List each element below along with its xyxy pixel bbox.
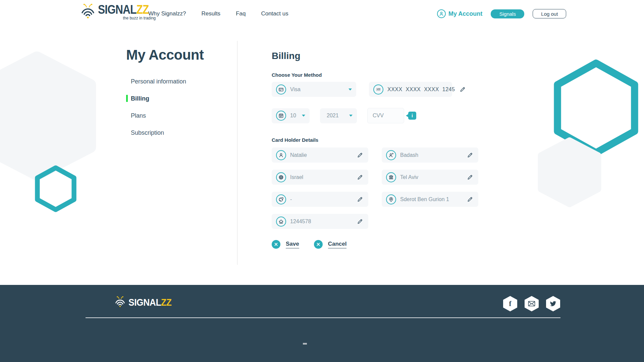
pencil-icon [460, 86, 466, 93]
credit-card-icon [276, 84, 286, 95]
chevron-down-icon [302, 115, 305, 117]
expiry-month-value: 10 [290, 113, 296, 119]
globe-icon [276, 172, 286, 182]
payment-method-value: Visa [290, 86, 301, 93]
city-field[interactable]: Tel Aviv [382, 170, 478, 185]
hexagon-decoration-right-teal [551, 59, 641, 157]
my-account-label: My Account [448, 10, 482, 17]
payment-method-select[interactable]: Visa [272, 82, 356, 97]
header-right: My Account Signals Log out [437, 0, 566, 27]
user-plus-icon [386, 150, 396, 160]
edit-country-button[interactable] [356, 173, 364, 181]
footer-artifact [303, 343, 307, 345]
pencil-icon [357, 174, 363, 180]
card-number-field[interactable]: 123 XXXX XXXX XXXX 1245 [369, 82, 452, 97]
person-pin-icon [386, 194, 396, 204]
bee-signal-logo-icon [114, 296, 126, 309]
sidebar-item-label: Plans [131, 112, 146, 119]
save-button-label: Save [286, 241, 299, 248]
edit-card-number-button[interactable] [459, 85, 467, 93]
nav-contact-us[interactable]: Contact us [261, 10, 288, 17]
facebook-link[interactable]: f [503, 296, 517, 311]
edit-street-address-button[interactable] [466, 195, 474, 203]
edit-last-name-button[interactable] [466, 151, 474, 159]
expiry-year-value: 2021 [327, 113, 339, 119]
city-building-icon [386, 172, 396, 182]
sidebar-item-label: Billing [131, 95, 149, 102]
zip-code-field[interactable]: 1244578 [272, 214, 368, 229]
main-nav: Why Signalzz? Results Faq Contact us [148, 0, 288, 27]
cvv-group: i [367, 108, 416, 123]
header: SIGNALZZ the buzz in trading Why Signalz… [0, 0, 644, 27]
twitter-link[interactable] [546, 296, 560, 311]
brand-name-accent: ZZ [136, 3, 149, 16]
street-address-field[interactable]: Sderot Ben Gurion 1 [382, 192, 478, 207]
chevron-down-icon [349, 115, 353, 117]
country-field[interactable]: Israel [272, 170, 368, 185]
svg-text:123: 123 [376, 87, 380, 90]
card-number-icon: 123 [373, 84, 383, 95]
active-indicator-bar [126, 95, 128, 102]
first-name-value: Natalie [290, 152, 307, 158]
edit-state-button[interactable] [356, 195, 364, 203]
world-pin-icon [276, 194, 286, 204]
account-sidebar: My Account Personal information Billing … [126, 47, 227, 146]
pencil-icon [357, 218, 363, 225]
email-icon [528, 301, 535, 307]
first-name-field[interactable]: Natalie [272, 147, 368, 163]
last-name-field[interactable]: Badash [382, 147, 478, 163]
pencil-icon [357, 196, 363, 202]
account-menu: Personal information Billing Plans Subsc… [126, 78, 227, 136]
cvv-info-tooltip-icon[interactable]: i [408, 112, 416, 120]
edit-city-button[interactable] [466, 173, 474, 181]
expiry-row: 10 2021 i [272, 108, 493, 123]
save-button[interactable]: Save [272, 240, 299, 249]
sidebar-item-label: Personal information [131, 78, 186, 85]
street-address-value: Sderot Ben Gurion 1 [400, 196, 449, 202]
city-value: Tel Aviv [400, 174, 418, 180]
signals-button[interactable]: Signals [491, 9, 524, 18]
my-account-link[interactable]: My Account [437, 9, 482, 18]
billing-section: Billing Choose Your Method Visa 123 [272, 50, 493, 249]
state-value: - [290, 196, 292, 202]
footer-brand-logo[interactable]: SIGNALZZ [114, 296, 177, 309]
hexagon-decoration-right-gray [536, 137, 603, 208]
payment-method-row: Visa 123 XXXX XXXX XXXX 1245 [272, 82, 493, 97]
cancel-button[interactable]: Cancel [314, 240, 347, 249]
email-link[interactable] [525, 296, 539, 311]
hexagon-decoration-left-gray [0, 50, 97, 182]
footer-social-links: f [503, 296, 560, 311]
footer-brand-name: SIGNALZZ [128, 297, 171, 308]
bee-signal-logo-icon [80, 3, 96, 20]
sidebar-divider [237, 41, 237, 265]
billing-title: Billing [272, 50, 493, 62]
nav-why-signalzz[interactable]: Why Signalzz? [148, 10, 186, 17]
expiry-month-select[interactable]: 10 [272, 108, 310, 123]
card-number-value: XXXX XXXX XXXX 1245 [387, 86, 455, 93]
sidebar-item-subscription[interactable]: Subscription [126, 129, 227, 136]
nav-faq[interactable]: Faq [236, 10, 246, 17]
card-holder-details-label: Card Holder Details [272, 137, 493, 143]
logout-button[interactable]: Log out [533, 9, 566, 18]
pencil-icon [467, 152, 473, 158]
x-circle-icon [272, 240, 280, 249]
footer-divider [86, 317, 560, 318]
cancel-button-label: Cancel [328, 241, 347, 248]
country-value: Israel [290, 174, 303, 180]
calendar-icon [276, 111, 286, 121]
expiry-year-select[interactable]: 2021 [320, 108, 357, 123]
sidebar-item-plans[interactable]: Plans [126, 112, 227, 119]
form-actions: Save Cancel [272, 240, 493, 249]
nav-results[interactable]: Results [201, 10, 220, 17]
cvv-input[interactable] [367, 108, 404, 123]
state-field[interactable]: - [272, 192, 368, 207]
sidebar-item-personal-information[interactable]: Personal information [126, 78, 227, 85]
user-icon [276, 150, 286, 160]
brand-logo-text: SIGNALZZ the buzz in trading [98, 3, 156, 20]
brand-logo[interactable]: SIGNALZZ the buzz in trading [80, 3, 156, 20]
card-holder-grid: Natalie Badash [272, 147, 493, 229]
edit-zip-code-button[interactable] [356, 218, 364, 225]
facebook-icon: f [509, 300, 512, 308]
edit-first-name-button[interactable] [356, 151, 364, 159]
sidebar-item-billing[interactable]: Billing [126, 95, 227, 102]
